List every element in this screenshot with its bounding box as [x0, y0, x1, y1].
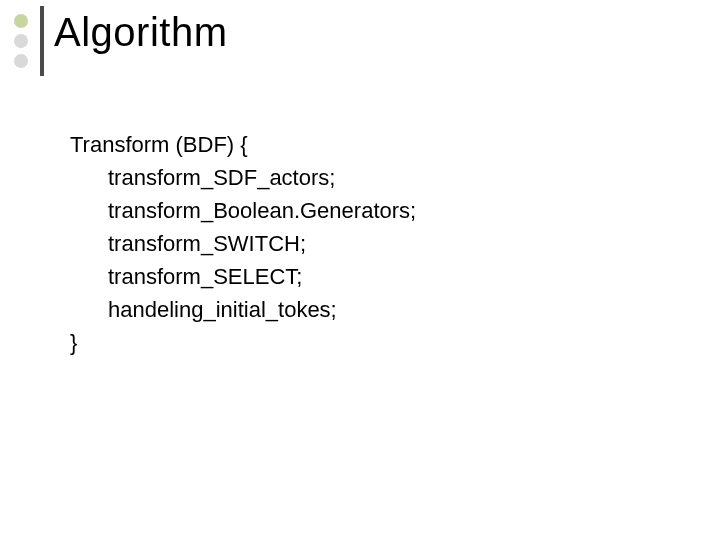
code-close: }: [70, 326, 416, 359]
slide: Algorithm Transform (BDF) { transform_SD…: [0, 0, 720, 540]
title-rule: [40, 6, 44, 76]
bullet-dot-icon: [14, 14, 28, 28]
code-line: transform_SWITCH;: [70, 227, 416, 260]
slide-body: Transform (BDF) { transform_SDF_actors; …: [70, 128, 416, 359]
code-line: transform_SELECT;: [70, 260, 416, 293]
code-line: transform_SDF_actors;: [70, 161, 416, 194]
code-line: transform_Boolean.Generators;: [70, 194, 416, 227]
bullet-dot-icon: [14, 34, 28, 48]
slide-title: Algorithm: [54, 10, 227, 55]
code-open: Transform (BDF) {: [70, 128, 416, 161]
code-line: handeling_initial_tokes;: [70, 293, 416, 326]
decorative-bullets: [14, 14, 28, 74]
bullet-dot-icon: [14, 54, 28, 68]
